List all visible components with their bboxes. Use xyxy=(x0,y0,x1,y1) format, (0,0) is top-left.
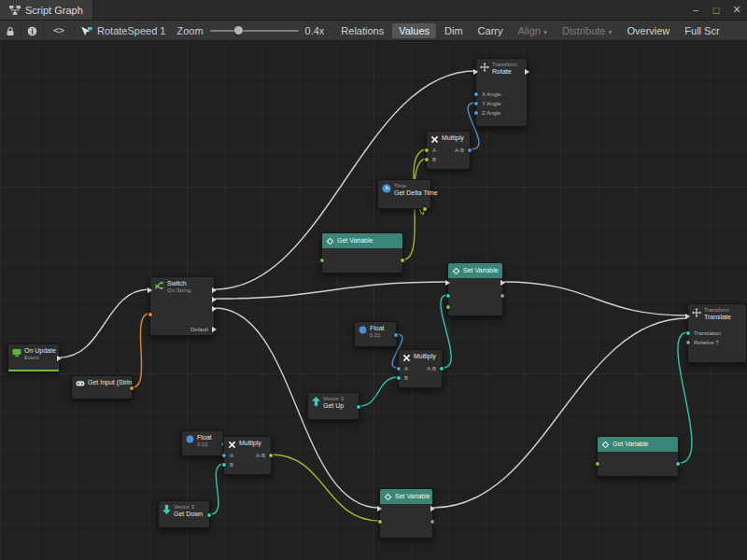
node-get-input[interactable]: Get Input (Strin xyxy=(71,375,133,399)
toolbar-button-align[interactable]: Align▾ xyxy=(512,23,554,38)
node-translate[interactable]: TransformTranslateTranslationRelative T xyxy=(687,303,747,363)
wire-update-to-switch[interactable] xyxy=(60,289,149,357)
value-port[interactable] xyxy=(439,366,444,371)
value-port[interactable] xyxy=(206,512,212,518)
value-port[interactable] xyxy=(685,340,691,345)
value-port[interactable] xyxy=(356,404,361,410)
flow-port[interactable] xyxy=(212,306,217,312)
info-button[interactable] xyxy=(21,21,44,41)
graph-canvas[interactable]: On UpdateEventGet Input (StrinSwitchOn S… xyxy=(0,0,747,560)
node-multiply-1[interactable]: MultiplyABA·B xyxy=(426,131,471,170)
zoom-slider[interactable] xyxy=(210,26,299,35)
minimize-button[interactable]: − xyxy=(685,0,706,21)
wire-multiply3-to-setvar2[interactable] xyxy=(272,455,379,521)
flow-port[interactable] xyxy=(525,69,529,75)
value-port[interactable] xyxy=(221,462,227,468)
flow-port[interactable] xyxy=(212,287,217,293)
value-port[interactable] xyxy=(400,258,405,263)
value-port[interactable] xyxy=(422,206,428,212)
value-port[interactable] xyxy=(129,385,134,391)
node-set-variable-1[interactable]: Set Variable xyxy=(447,262,503,316)
info-icon xyxy=(27,26,37,36)
flow-port[interactable] xyxy=(212,327,217,332)
value-port[interactable] xyxy=(445,293,451,299)
maximize-button[interactable]: □ xyxy=(706,0,726,21)
value-port[interactable] xyxy=(500,293,505,299)
value-port[interactable] xyxy=(396,366,402,371)
node-get-variable-2[interactable]: Get Variable xyxy=(597,436,679,477)
port-label: Y Angle xyxy=(482,101,501,107)
wire-input-to-switch[interactable] xyxy=(133,314,149,387)
node-get-delta-time[interactable]: TimeGet Delta Time xyxy=(377,179,431,209)
multiply-icon xyxy=(430,135,439,144)
node-title: TimeGet Delta Time xyxy=(394,183,438,197)
close-button[interactable]: ✕ xyxy=(726,0,747,21)
lock-toggle[interactable] xyxy=(0,21,21,41)
value-port[interactable] xyxy=(393,332,399,338)
value-port[interactable] xyxy=(473,101,479,106)
lock-icon xyxy=(6,26,15,36)
node-multiply-3[interactable]: MultiplyABA·B xyxy=(223,436,272,475)
chevron-down-icon: ▾ xyxy=(608,28,612,36)
titlebar: Script Graph − □ ✕ xyxy=(0,0,747,21)
value-port[interactable] xyxy=(467,147,472,153)
value-port[interactable] xyxy=(424,157,430,162)
value-port[interactable] xyxy=(319,258,325,263)
flow-port[interactable] xyxy=(685,314,690,319)
graph-name: RotateSpeed 1 xyxy=(97,25,165,36)
toolbar-button-dim[interactable]: Dim xyxy=(438,23,470,38)
flow-port[interactable] xyxy=(430,506,435,511)
node-set-variable-2[interactable]: Set Variable xyxy=(379,488,433,539)
wire-getup-to-multiply2[interactable] xyxy=(359,377,398,406)
toolbar-button-values[interactable]: Values xyxy=(392,23,436,38)
value-port[interactable] xyxy=(675,461,681,467)
wire-switch-to-setvar1[interactable] xyxy=(215,282,447,299)
node-vector3-get-up[interactable]: Vector 3Get Up xyxy=(307,392,359,420)
node-on-update[interactable]: On UpdateEvent xyxy=(7,343,60,371)
node-title: Get Variable xyxy=(613,441,648,448)
flow-port[interactable] xyxy=(445,280,450,286)
node-vector3-get-down[interactable]: Vector 3Get Down xyxy=(158,500,210,528)
toolbar-button-carry[interactable]: Carry xyxy=(472,23,510,38)
zoom-slider-knob[interactable] xyxy=(234,26,243,35)
value-port[interactable] xyxy=(445,304,451,310)
node-float-1[interactable]: Float0.01 xyxy=(354,321,397,347)
variable-icon xyxy=(326,237,334,245)
flow-port[interactable] xyxy=(57,356,62,361)
variable-icon xyxy=(452,267,460,275)
flow-port[interactable] xyxy=(148,287,152,293)
value-port[interactable] xyxy=(396,375,402,381)
flow-port[interactable] xyxy=(212,297,217,302)
wire-setvar2-to-translate[interactable] xyxy=(433,318,687,508)
toolbar-button-overview[interactable]: Overview xyxy=(620,23,676,38)
value-port[interactable] xyxy=(685,330,691,336)
value-port[interactable] xyxy=(473,110,479,116)
node-float-2[interactable]: Float0.01 xyxy=(181,430,224,456)
node-get-variable-1[interactable]: Get Variable xyxy=(321,232,403,273)
edit-source-button[interactable]: <> xyxy=(44,21,75,41)
toolbar-button-relations[interactable]: Relations xyxy=(334,23,390,38)
value-port[interactable] xyxy=(148,312,153,317)
value-port[interactable] xyxy=(430,519,435,525)
node-rotate[interactable]: TransformRotateX AngleY AngleZ Angle xyxy=(475,58,528,127)
flow-port[interactable] xyxy=(500,280,505,286)
toolbar-button-distribute[interactable]: Distribute▾ xyxy=(556,23,618,38)
value-port[interactable] xyxy=(377,519,383,525)
value-port[interactable] xyxy=(424,147,430,153)
toolbar-button-full-scr[interactable]: Full Scr xyxy=(678,23,726,38)
zoom-label: Zoom xyxy=(176,25,203,36)
value-port[interactable] xyxy=(473,91,479,97)
port-label: A xyxy=(230,453,233,459)
flow-port[interactable] xyxy=(377,506,382,511)
flow-port[interactable] xyxy=(473,69,478,75)
wire-setvar1-to-translate[interactable] xyxy=(503,282,687,315)
toolbar: <> RotateSpeed 1 Zoom 0.4x RelationsValu… xyxy=(0,21,747,41)
wire-getdown-to-multiply3[interactable] xyxy=(210,464,223,514)
value-port[interactable] xyxy=(221,453,227,458)
value-port[interactable] xyxy=(595,461,600,467)
graph-breadcrumb[interactable]: RotateSpeed 1 xyxy=(75,21,171,41)
node-switch-on-string[interactable]: SwitchOn StringDefault xyxy=(149,276,215,336)
node-multiply-2[interactable]: MultiplyABA·B xyxy=(398,349,443,388)
value-port[interactable] xyxy=(268,453,274,458)
tab-script-graph[interactable]: Script Graph xyxy=(0,0,93,20)
